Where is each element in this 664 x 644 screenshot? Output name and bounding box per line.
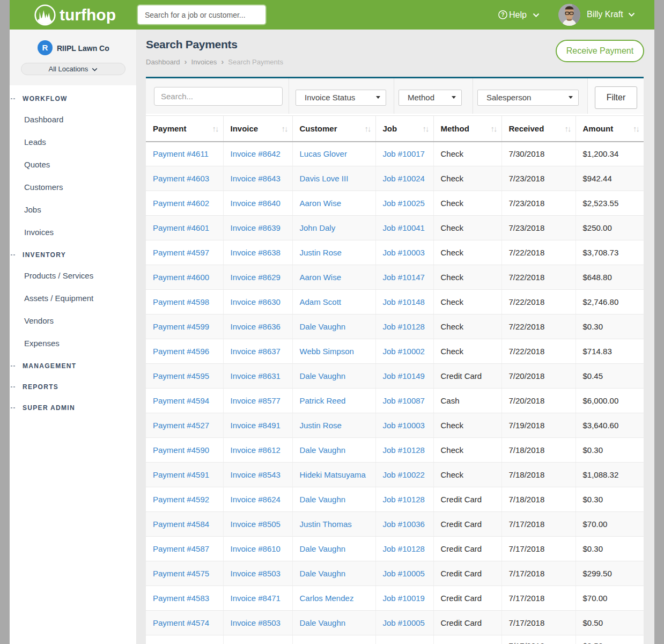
svg-text:?: ?: [501, 12, 504, 18]
